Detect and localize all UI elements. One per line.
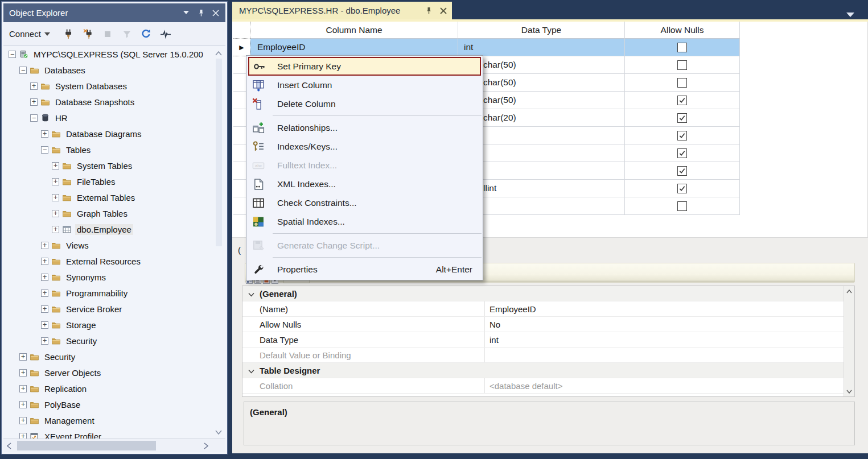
collapse-icon[interactable]: − xyxy=(9,51,16,58)
expand-icon[interactable]: + xyxy=(19,401,27,408)
expand-icon[interactable]: + xyxy=(19,417,27,424)
expand-icon[interactable]: + xyxy=(52,226,59,233)
tree-item-external-resources[interactable]: +External Resources xyxy=(4,253,213,269)
menu-item-properties[interactable]: PropertiesAlt+Enter xyxy=(246,260,483,279)
tree-item-external-tables[interactable]: +External Tables xyxy=(4,189,213,205)
checkbox-checked[interactable] xyxy=(677,184,687,193)
connect-plug-button[interactable] xyxy=(60,27,77,42)
tree-item-management[interactable]: +Management xyxy=(4,412,213,428)
expand-icon[interactable]: + xyxy=(41,321,48,329)
tree-item-hr[interactable]: −HR xyxy=(4,110,213,126)
scroll-left-icon[interactable] xyxy=(5,441,14,450)
collapse-icon[interactable]: − xyxy=(19,67,27,74)
pin-icon[interactable] xyxy=(194,3,208,22)
tree-item-polybase[interactable]: +PolyBase xyxy=(4,396,213,412)
menu-item-relationships[interactable]: Relationships... xyxy=(246,118,483,137)
tree-item-database-diagrams[interactable]: +Database Diagrams xyxy=(4,126,213,142)
expand-icon[interactable]: + xyxy=(41,290,48,297)
tree-item-mypc-sqlexpress-sql-server-15-[interactable]: −MYPC\SQLEXPRESS (SQL Server 15.0.200 xyxy=(4,46,213,62)
tree-item-security[interactable]: +Security xyxy=(4,333,213,349)
property-value[interactable]: int xyxy=(484,332,854,347)
expand-icon[interactable]: + xyxy=(41,242,48,249)
tree-item-replication[interactable]: +Replication xyxy=(4,381,213,396)
close-icon[interactable] xyxy=(208,3,223,22)
expand-icon[interactable]: + xyxy=(41,337,48,345)
tree-item-server-objects[interactable]: +Server Objects xyxy=(4,365,213,381)
expand-icon[interactable]: + xyxy=(19,369,27,377)
tree-item-dbo-employee[interactable]: +dbo.Employee xyxy=(4,221,213,237)
menu-item-insert-column[interactable]: Insert Column xyxy=(246,76,483,94)
checkbox-unchecked[interactable] xyxy=(677,201,687,211)
scroll-right-icon[interactable] xyxy=(201,441,211,450)
tab-pin-icon[interactable] xyxy=(422,5,435,17)
row-selector[interactable]: ▶ xyxy=(233,39,250,56)
expand-icon[interactable]: + xyxy=(41,305,48,313)
checkbox-unchecked[interactable] xyxy=(677,78,687,88)
checkbox-checked[interactable] xyxy=(677,113,687,123)
activity-monitor-button[interactable] xyxy=(157,27,174,42)
tree-item-storage[interactable]: +Storage xyxy=(4,317,213,333)
disconnect-plug-button[interactable] xyxy=(80,27,97,42)
menu-item-spatial-indexes[interactable]: Spatial Indexes... xyxy=(246,212,483,231)
tree-item-database-snapshots[interactable]: +Database Snapshots xyxy=(4,94,213,110)
document-tab[interactable]: MYPC\SQLEXPRESS.HR - dbo.Employee xyxy=(232,2,452,19)
checkbox-checked[interactable] xyxy=(677,131,687,140)
scroll-up-icon[interactable] xyxy=(844,286,854,296)
expand-icon[interactable]: + xyxy=(41,130,48,138)
tree-item-service-broker[interactable]: +Service Broker xyxy=(4,301,213,317)
tree-item-views[interactable]: +Views xyxy=(4,237,213,253)
property-category-table-designer[interactable]: Table Designer xyxy=(242,363,854,378)
vertical-scrollbar-thumb[interactable] xyxy=(216,59,222,246)
window-position-icon[interactable] xyxy=(179,3,194,22)
grid-header-allow-nulls[interactable]: Allow Nulls xyxy=(625,22,740,39)
chevron-down-icon[interactable] xyxy=(242,366,260,375)
expand-icon[interactable]: + xyxy=(30,82,38,90)
horizontal-scrollbar[interactable] xyxy=(3,439,225,452)
expand-icon[interactable]: + xyxy=(19,385,27,392)
expand-icon[interactable]: + xyxy=(52,162,59,169)
checkbox-unchecked[interactable] xyxy=(677,60,687,70)
expand-icon[interactable]: + xyxy=(30,98,38,106)
expand-icon[interactable]: + xyxy=(19,353,27,361)
property-value[interactable]: EmployeeID xyxy=(484,301,854,316)
tree-item-databases[interactable]: −Databases xyxy=(4,62,213,78)
tree-item-programmability[interactable]: +Programmability xyxy=(4,285,213,301)
menu-item-indexes-keys[interactable]: Indexes/Keys... xyxy=(246,137,483,156)
cell-column-name[interactable]: EmployeeID xyxy=(250,39,458,56)
refresh-button[interactable] xyxy=(138,27,155,42)
scroll-up-icon[interactable] xyxy=(213,49,224,57)
property-grid-scrollbar[interactable] xyxy=(844,286,854,396)
collapse-icon[interactable]: − xyxy=(30,114,38,122)
property-value[interactable] xyxy=(484,348,854,362)
collapse-icon[interactable]: − xyxy=(41,146,48,154)
row-selector-header[interactable] xyxy=(233,22,250,39)
expand-icon[interactable]: + xyxy=(52,178,59,185)
tree-item-security[interactable]: +Security xyxy=(4,349,213,365)
property-value[interactable]: No xyxy=(484,317,854,332)
scroll-down-icon[interactable] xyxy=(213,428,224,436)
grid-header-column-name[interactable]: Column Name xyxy=(250,22,458,39)
tree-item-tables[interactable]: −Tables xyxy=(4,142,213,158)
property-category-general[interactable]: (General) xyxy=(242,286,854,301)
expand-icon[interactable]: + xyxy=(52,194,59,201)
cell-data-type[interactable]: int xyxy=(458,39,625,56)
menu-item-xml-indexes[interactable]: XML Indexes... xyxy=(246,175,483,193)
menu-item-set-primary-key[interactable]: Set Primary Key xyxy=(248,57,481,76)
expand-icon[interactable]: + xyxy=(52,210,59,217)
grid-header-data-type[interactable]: Data Type xyxy=(458,22,625,39)
tree-item-system-databases[interactable]: +System Databases xyxy=(4,78,213,94)
tree-item-filetables[interactable]: +FileTables xyxy=(4,173,213,189)
menu-item-check-constraints[interactable]: Check Constraints... xyxy=(246,193,483,212)
checkbox-checked[interactable] xyxy=(677,166,687,176)
tab-close-icon[interactable] xyxy=(437,5,450,17)
expand-icon[interactable]: + xyxy=(41,258,48,265)
menu-item-delete-column[interactable]: Delete Column xyxy=(246,94,483,113)
checkbox-checked[interactable] xyxy=(677,148,687,158)
expand-icon[interactable]: + xyxy=(41,274,48,281)
tree-item-system-tables[interactable]: +System Tables xyxy=(4,158,213,173)
tree-item-graph-tables[interactable]: +Graph Tables xyxy=(4,205,213,221)
horizontal-scrollbar-thumb[interactable] xyxy=(17,441,156,450)
tree-item-synonyms[interactable]: +Synonyms xyxy=(4,269,213,285)
scroll-down-icon[interactable] xyxy=(844,386,854,396)
property-value[interactable]: <database default> xyxy=(484,378,854,393)
